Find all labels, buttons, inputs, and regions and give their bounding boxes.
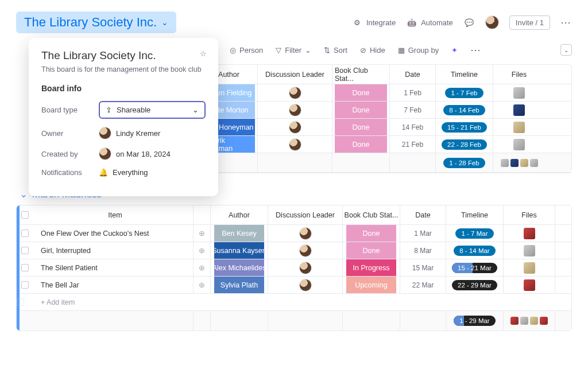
add-update-icon[interactable]: ⊕ [199,263,205,272]
table-row[interactable]: Fredrik Backman Done 21 Feb 22 - 28 Feb [200,136,571,153]
row-checkbox[interactable] [21,230,29,237]
status-cell[interactable]: Done [335,84,387,101]
leader-avatar[interactable] [299,244,312,257]
row-checkbox[interactable] [21,247,29,254]
group-by-label: Group by [408,46,439,55]
status-cell[interactable]: Done [335,136,387,153]
sort-button[interactable]: ⇅ Sort [324,46,347,55]
timeline-pill[interactable]: 8 - 14 Mar [454,246,495,256]
item-name[interactable]: Girl, Interrupted [33,242,194,259]
col-status[interactable]: Book Club Stat... [332,65,390,84]
col-files[interactable]: Files [504,205,555,224]
table-row[interactable]: The Silent Patient ⊕ Alex Michaelides In… [17,259,571,277]
status-cell[interactable]: Done [346,225,396,242]
col-files[interactable]: Files [493,65,545,84]
row-checkbox[interactable] [21,281,29,289]
col-author[interactable]: Author [211,205,268,224]
date-cell[interactable]: 22 Mar [400,277,446,293]
col-status[interactable]: Book Club Stat... [343,205,400,224]
timeline-pill[interactable]: 8 - 14 Feb [443,105,485,115]
timeline-pill[interactable]: 1 - 7 Feb [445,88,483,98]
file-thumb[interactable] [513,139,525,150]
col-timeline[interactable]: Timeline [436,65,493,84]
table-row[interactable]: Helen Fielding Done 1 Feb 1 - 7 Feb [200,84,571,102]
automate-button[interactable]: 🤖 Automate [406,18,453,27]
table-row[interactable]: The Bell Jar ⊕ Sylvia Plath Upcoming 22 … [17,277,571,294]
table-row[interactable]: Kate Morton Done 7 Feb 8 - 14 Feb [200,102,571,119]
table-row[interactable]: One Flew Over the Cuckoo's Nest ⊕ Ben Ke… [17,225,571,242]
date-cell[interactable]: 7 Feb [390,102,436,118]
status-cell[interactable]: Done [346,242,396,259]
select-all-checkbox[interactable] [21,211,29,219]
date-cell[interactable]: 14 Feb [390,119,436,135]
file-thumb[interactable] [513,122,525,133]
timeline-pill[interactable]: 22 - 29 Mar [452,280,497,290]
col-leader[interactable]: Discussion Leader [268,205,343,224]
leader-avatar[interactable] [289,121,301,134]
status-cell[interactable]: In Progress [346,259,396,276]
file-thumb[interactable] [513,104,525,116]
board-type-select[interactable]: ⇪ Shareable ⌄ [99,101,206,119]
status-cell[interactable]: Upcoming [346,277,396,293]
col-item[interactable]: Item [33,205,194,224]
share-icon: ⇪ [106,106,112,114]
author-cell[interactable]: Alex Michaelides [214,259,264,276]
status-cell[interactable]: Done [335,119,387,135]
item-name[interactable]: The Bell Jar [33,277,194,293]
item-name[interactable]: One Flew Over the Cuckoo's Nest [33,225,194,242]
user-avatar[interactable] [485,15,499,29]
status-cell[interactable]: Done [335,102,387,118]
person-filter[interactable]: ◎ Person [230,46,263,55]
timeline-pill[interactable]: 22 - 28 Feb [442,139,487,150]
file-thumb[interactable] [524,228,535,239]
leader-avatar[interactable] [289,138,301,151]
timeline-pill[interactable]: 15 - 21 Feb [442,122,487,133]
timeline-pill[interactable]: 1 - 7 Mar [455,228,493,239]
leader-avatar[interactable] [289,87,301,99]
leader-avatar[interactable] [299,262,312,274]
add-update-icon[interactable]: ⊕ [199,246,205,255]
author-cell[interactable]: Ben Kesey [214,225,264,242]
chat-button[interactable]: 💬 [463,18,475,27]
hide-button[interactable]: ⊘ Hide [360,46,385,55]
file-thumb[interactable] [524,245,535,256]
row-checkbox[interactable] [17,298,24,306]
toolbar-more[interactable]: ⋯ [470,44,482,56]
leader-avatar[interactable] [289,104,301,116]
timeline-pill[interactable]: 15 - 21 Mar [452,263,497,273]
ai-button[interactable]: ✦ [451,46,458,55]
add-update-icon[interactable]: ⊕ [199,229,205,238]
col-leader[interactable]: Discussion Leader [258,65,332,84]
board-title[interactable]: The Library Society Inc. ⌄ [16,11,176,33]
item-name[interactable]: The Silent Patient [33,259,194,276]
col-date[interactable]: Date [400,205,446,224]
file-thumb[interactable] [524,262,535,274]
author-cell[interactable]: Susanna Kaysen [214,242,264,259]
add-item-input[interactable]: + Add item [33,298,571,306]
col-date[interactable]: Date [390,65,436,84]
file-thumb[interactable] [524,279,535,291]
row-checkbox[interactable] [21,264,29,271]
date-cell[interactable]: 8 Mar [400,242,446,259]
date-cell[interactable]: 21 Feb [390,136,436,153]
add-item-row[interactable]: + Add item [17,294,571,311]
collapse-button[interactable]: ⌄ [560,44,572,56]
date-cell[interactable]: 1 Feb [390,84,436,101]
table-row[interactable]: Gail Honeyman Done 14 Feb 15 - 21 Feb [200,119,571,136]
chevron-down-icon: ⌄ [20,188,28,200]
col-timeline[interactable]: Timeline [446,205,504,224]
filter-button[interactable]: ▽ Filter ⌄ [276,46,311,55]
date-cell[interactable]: 1 Mar [400,225,446,242]
author-cell[interactable]: Sylvia Plath [214,277,264,293]
leader-avatar[interactable] [299,279,312,291]
table-row[interactable]: Girl, Interrupted ⊕ Susanna Kaysen Done … [17,242,571,259]
file-thumb[interactable] [513,87,525,99]
invite-button[interactable]: Invite / 1 [509,15,550,30]
more-menu[interactable]: ⋯ [560,16,572,29]
favorite-star-icon[interactable]: ☆ [200,49,207,58]
date-cell[interactable]: 15 Mar [400,259,446,276]
integrate-button[interactable]: ⚙ Integrate [351,18,396,27]
add-update-icon[interactable]: ⊕ [199,281,205,289]
leader-avatar[interactable] [299,227,312,240]
group-by-button[interactable]: ▦ Group by [398,46,439,55]
